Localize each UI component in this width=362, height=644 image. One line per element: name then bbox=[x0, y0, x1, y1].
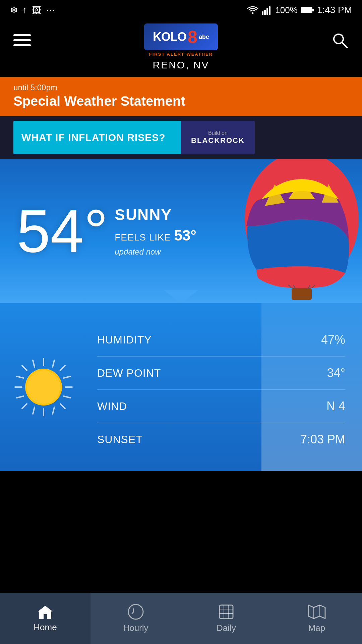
sun-icon bbox=[10, 354, 77, 421]
logo-kolo-text: KOLO bbox=[153, 30, 186, 44]
svg-rect-15 bbox=[292, 288, 312, 300]
daily-icon bbox=[218, 603, 235, 620]
svg-line-31 bbox=[64, 396, 70, 398]
updated-display: updated now bbox=[115, 247, 196, 257]
nav-home-label: Home bbox=[34, 622, 57, 633]
svg-point-0 bbox=[252, 12, 254, 14]
nav-hourly-label: Hourly bbox=[123, 623, 148, 633]
ad-right: Build on BLACKROCK bbox=[181, 121, 255, 154]
map-icon bbox=[308, 603, 326, 620]
svg-rect-2 bbox=[264, 10, 266, 15]
svg-marker-45 bbox=[308, 605, 325, 619]
svg-line-10 bbox=[342, 42, 347, 48]
ad-banner[interactable]: WHAT IF INFLATION RISES? Build on BLACKR… bbox=[0, 116, 362, 159]
svg-line-30 bbox=[17, 376, 23, 378]
weather-info-block: SUNNY FEELS LIKE 53° updated now bbox=[115, 206, 196, 257]
hourly-icon bbox=[127, 603, 144, 620]
app-header: KOLO 8 abc FIRST ALERT WEATHER RENO, NV bbox=[0, 20, 362, 77]
svg-line-34 bbox=[33, 407, 35, 414]
snowflake-icon: ❄ bbox=[10, 5, 18, 16]
svg-point-37 bbox=[27, 370, 60, 404]
image-icon: 🖼 bbox=[32, 5, 41, 16]
svg-line-28 bbox=[33, 360, 35, 367]
svg-line-27 bbox=[22, 404, 27, 409]
weather-details: HUMIDITY 47% DEW POINT 34° WIND N 4 SUNS… bbox=[0, 303, 362, 471]
menu-button[interactable] bbox=[13, 34, 31, 46]
condition-display: SUNNY bbox=[115, 206, 196, 224]
feels-like-label: FEELS LIKE bbox=[115, 232, 171, 243]
svg-line-24 bbox=[22, 366, 27, 370]
wifi-icon bbox=[247, 5, 258, 15]
alert-time: until 5:00pm bbox=[13, 83, 349, 92]
status-left-icons: ❄ ↑ 🖼 ⋯ bbox=[10, 5, 55, 16]
more-icon: ⋯ bbox=[46, 5, 55, 16]
time-display: 1:43 PM bbox=[317, 5, 352, 15]
battery-icon bbox=[301, 6, 314, 14]
logo-abc-text: abc bbox=[199, 34, 209, 41]
detail-label-1: DEW POINT bbox=[97, 367, 161, 379]
svg-line-33 bbox=[64, 376, 70, 378]
feels-like-row: FEELS LIKE 53° bbox=[115, 227, 196, 244]
upload-icon: ↑ bbox=[22, 5, 27, 15]
svg-rect-6 bbox=[312, 9, 314, 11]
ad-right-small: Build on bbox=[208, 130, 228, 136]
nav-item-home[interactable]: Home bbox=[0, 593, 90, 644]
ad-right-brand: BLACKROCK bbox=[191, 136, 245, 145]
alert-title: Special Weather Statement bbox=[13, 94, 349, 109]
svg-rect-3 bbox=[266, 8, 268, 15]
svg-line-35 bbox=[53, 360, 54, 367]
logo-8-text: 8 bbox=[188, 27, 197, 47]
svg-line-25 bbox=[60, 404, 65, 409]
status-right-icons: 100% 1:43 PM bbox=[247, 5, 352, 15]
home-icon bbox=[37, 604, 54, 620]
temperature-display: 54° bbox=[17, 201, 108, 261]
svg-rect-40 bbox=[220, 605, 233, 619]
svg-rect-8 bbox=[302, 8, 312, 12]
bottom-nav: Home Hourly Daily Map bbox=[0, 593, 362, 644]
weather-main: 54° SUNNY FEELS LIKE 53° updated now bbox=[0, 159, 362, 303]
battery-percent: 100% bbox=[275, 5, 298, 15]
detail-label-3: SUNSET bbox=[97, 433, 143, 446]
svg-line-26 bbox=[60, 366, 65, 370]
svg-line-29 bbox=[53, 407, 54, 414]
ad-inner[interactable]: WHAT IF INFLATION RISES? Build on BLACKR… bbox=[13, 121, 255, 154]
location-display: RENO, NV bbox=[153, 59, 209, 71]
feels-like-value: 53° bbox=[174, 227, 196, 244]
nav-item-map[interactable]: Map bbox=[272, 593, 362, 644]
svg-rect-1 bbox=[262, 11, 263, 15]
logo-container: KOLO 8 abc FIRST ALERT WEATHER bbox=[144, 23, 218, 57]
status-bar: ❄ ↑ 🖼 ⋯ 100% 1:43 PM bbox=[0, 0, 362, 20]
temperature-block: 54° bbox=[17, 201, 108, 261]
svg-point-39 bbox=[128, 604, 143, 619]
ad-left: WHAT IF INFLATION RISES? bbox=[13, 121, 181, 154]
detail-label-0: HUMIDITY bbox=[97, 334, 152, 346]
logo-subtitle: FIRST ALERT WEATHER bbox=[149, 52, 213, 57]
logo-box: KOLO 8 abc bbox=[144, 23, 218, 50]
detail-label-2: WIND bbox=[97, 400, 127, 413]
alert-banner[interactable]: until 5:00pm Special Weather Statement bbox=[0, 77, 362, 116]
nav-item-hourly[interactable]: Hourly bbox=[90, 593, 181, 644]
nav-daily-label: Daily bbox=[217, 623, 236, 633]
svg-line-32 bbox=[17, 396, 23, 398]
svg-marker-38 bbox=[38, 606, 53, 619]
balloon-image bbox=[194, 159, 362, 303]
nav-item-daily[interactable]: Daily bbox=[181, 593, 272, 644]
nav-map-label: Map bbox=[308, 623, 325, 633]
svg-rect-4 bbox=[269, 6, 270, 15]
search-button[interactable] bbox=[331, 32, 349, 49]
signal-icon bbox=[262, 5, 272, 15]
sky-overlay bbox=[261, 303, 362, 471]
ad-left-text: WHAT IF INFLATION RISES? bbox=[21, 132, 166, 143]
